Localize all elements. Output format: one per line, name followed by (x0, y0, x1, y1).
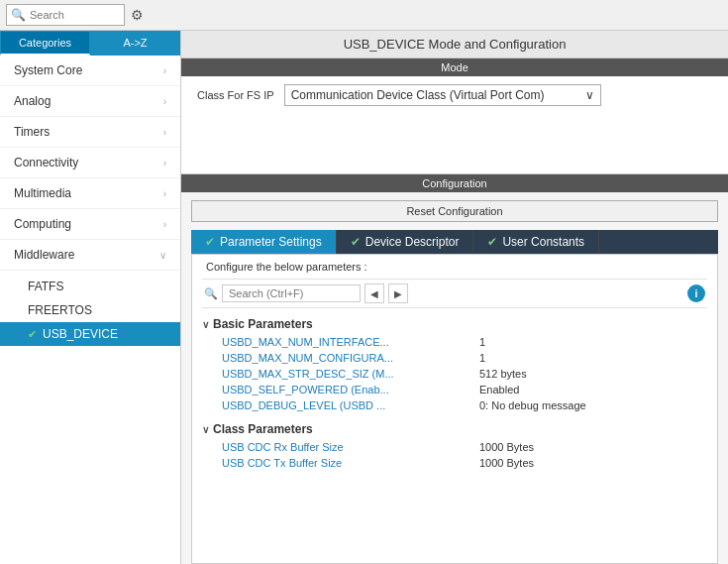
param-name[interactable]: USBD_DEBUG_LEVEL (USBD ... (222, 399, 479, 411)
sidebar-item-middleware[interactable]: Middleware ∨ (0, 240, 180, 271)
sidebar-item-label: Timers (14, 125, 50, 139)
param-value: 1000 Bytes (479, 441, 534, 453)
param-row: USBD_SELF_POWERED (Enab... Enabled (202, 382, 707, 397)
chevron-down-icon: ∨ (159, 250, 166, 261)
param-row: USBD_MAX_NUM_INTERFACE... 1 (202, 334, 707, 350)
tab-check-icon: ✔ (351, 235, 361, 249)
basic-parameters-header[interactable]: ∨ Basic Parameters (202, 314, 707, 334)
param-name[interactable]: USB CDC Tx Buffer Size (222, 457, 479, 469)
class-parameters-header[interactable]: ∨ Class Parameters (202, 419, 707, 439)
collapse-icon: ∨ (202, 319, 209, 330)
chevron-right-icon: › (163, 188, 166, 199)
sidebar-item-label: Middleware (14, 248, 74, 262)
tab-label: Parameter Settings (220, 235, 322, 249)
config-tabs-bar: ✔ Parameter Settings ✔ Device Descriptor… (191, 230, 718, 254)
basic-parameters-group: ∨ Basic Parameters USBD_MAX_NUM_INTERFAC… (202, 314, 707, 413)
sidebar-item-timers[interactable]: Timers › (0, 117, 180, 148)
sidebar-items-list: System Core › Analog › Timers › Connecti… (0, 56, 180, 564)
sidebar-item-analog[interactable]: Analog › (0, 86, 180, 117)
param-name[interactable]: USBD_MAX_NUM_CONFIGURA... (222, 352, 479, 364)
fatfs-label: FATFS (28, 280, 63, 293)
search-icon: 🔍 (204, 287, 218, 300)
sidebar-search-box[interactable]: 🔍 (6, 4, 125, 26)
tab-check-icon: ✔ (205, 235, 215, 249)
tab-parameter-settings[interactable]: ✔ Parameter Settings (191, 230, 337, 254)
sidebar-item-label: Connectivity (14, 156, 78, 169)
param-name[interactable]: USBD_SELF_POWERED (Enab... (222, 384, 479, 395)
config-section: Configuration Reset Configuration ✔ Para… (181, 174, 728, 564)
page-title: USB_DEVICE Mode and Configuration (181, 31, 728, 58)
param-value: 1 (479, 352, 485, 364)
param-value: 1000 Bytes (479, 457, 534, 469)
param-search-input[interactable] (222, 284, 361, 302)
class-parameters-label: Class Parameters (213, 422, 313, 436)
class-for-fs-ip-value: Communication Device Class (Virtual Port… (291, 88, 545, 102)
sidebar-item-label: Computing (14, 217, 71, 231)
sidebar-item-usb-device[interactable]: ✔ USB_DEVICE (0, 322, 180, 346)
dropdown-arrow-icon: ∨ (585, 88, 594, 102)
tab-user-constants[interactable]: ✔ User Constants (473, 230, 599, 254)
class-for-fs-ip-select[interactable]: Communication Device Class (Virtual Port… (284, 84, 601, 106)
class-for-fs-ip-label: Class For FS IP (197, 89, 274, 101)
content-area: USB_DEVICE Mode and Configuration Mode C… (181, 31, 728, 564)
mode-section-header: Mode (181, 58, 728, 76)
chevron-right-icon: › (163, 96, 166, 107)
tab-atoz[interactable]: A->Z (90, 31, 180, 56)
chevron-right-icon: › (163, 65, 166, 76)
sidebar-item-connectivity[interactable]: Connectivity › (0, 148, 180, 178)
sidebar-item-multimedia[interactable]: Multimedia › (0, 178, 180, 209)
main-layout: Categories A->Z System Core › Analog › T… (0, 31, 728, 564)
param-name[interactable]: USBD_MAX_NUM_INTERFACE... (222, 336, 479, 348)
class-parameters-group: ∨ Class Parameters USB CDC Rx Buffer Siz… (202, 419, 707, 471)
param-row: USB CDC Rx Buffer Size 1000 Bytes (202, 439, 707, 455)
middleware-submenu: FATFS FREERTOS ✔ USB_DEVICE (0, 271, 180, 350)
sidebar-item-freertos[interactable]: FREERTOS (0, 298, 180, 322)
sidebar-item-label: Multimedia (14, 186, 71, 200)
mode-spacer (181, 114, 728, 173)
param-row: USB CDC Tx Buffer Size 1000 Bytes (202, 455, 707, 471)
sidebar-item-label: System Core (14, 63, 82, 77)
sidebar-item-label: Analog (14, 94, 51, 108)
chevron-right-icon: › (163, 158, 166, 169)
tab-check-icon: ✔ (487, 235, 497, 249)
sidebar-item-fatfs[interactable]: FATFS (0, 275, 180, 298)
params-area: Configure the below parameters : 🔍 ◀ ▶ i… (191, 254, 718, 564)
param-name[interactable]: USB CDC Rx Buffer Size (222, 441, 479, 453)
collapse-icon: ∨ (202, 424, 209, 435)
tab-label: User Constants (502, 235, 584, 249)
sidebar-item-system-core[interactable]: System Core › (0, 56, 180, 86)
param-row: USBD_MAX_STR_DESC_SIZ (M... 512 bytes (202, 366, 707, 382)
reset-configuration-button[interactable]: Reset Configuration (191, 200, 718, 222)
config-section-header: Configuration (181, 174, 728, 192)
gear-button[interactable]: ⚙ (131, 7, 144, 23)
top-bar: 🔍 ⚙ (0, 0, 728, 31)
search-icon: 🔍 (11, 8, 26, 22)
sidebar-tab-bar: Categories A->Z (0, 31, 180, 56)
tab-device-descriptor[interactable]: ✔ Device Descriptor (337, 230, 474, 254)
tab-label: Device Descriptor (365, 235, 460, 249)
sidebar: Categories A->Z System Core › Analog › T… (0, 31, 181, 564)
configure-hint: Configure the below parameters : (202, 255, 707, 280)
chevron-right-icon: › (163, 219, 166, 230)
mode-row: Class For FS IP Communication Device Cla… (181, 76, 728, 114)
param-value: Enabled (479, 384, 519, 395)
tab-categories[interactable]: Categories (0, 31, 90, 56)
param-value: 0: No debug message (479, 399, 586, 411)
freertos-label: FREERTOS (28, 303, 92, 317)
info-button[interactable]: i (687, 284, 705, 302)
param-value: 1 (479, 336, 485, 348)
param-search-row: 🔍 ◀ ▶ i (202, 280, 707, 308)
next-param-button[interactable]: ▶ (388, 283, 408, 303)
usb-device-label: USB_DEVICE (43, 327, 118, 341)
prev-param-button[interactable]: ◀ (364, 283, 384, 303)
param-name[interactable]: USBD_MAX_STR_DESC_SIZ (M... (222, 368, 479, 380)
param-row: USBD_DEBUG_LEVEL (USBD ... 0: No debug m… (202, 397, 707, 413)
sidebar-search-input[interactable] (30, 9, 119, 21)
basic-parameters-label: Basic Parameters (213, 317, 313, 331)
chevron-right-icon: › (163, 127, 166, 138)
param-value: 512 bytes (479, 368, 527, 380)
check-icon: ✔ (28, 328, 37, 341)
param-row: USBD_MAX_NUM_CONFIGURA... 1 (202, 350, 707, 366)
mode-section: Mode Class For FS IP Communication Devic… (181, 58, 728, 174)
sidebar-item-computing[interactable]: Computing › (0, 209, 180, 240)
